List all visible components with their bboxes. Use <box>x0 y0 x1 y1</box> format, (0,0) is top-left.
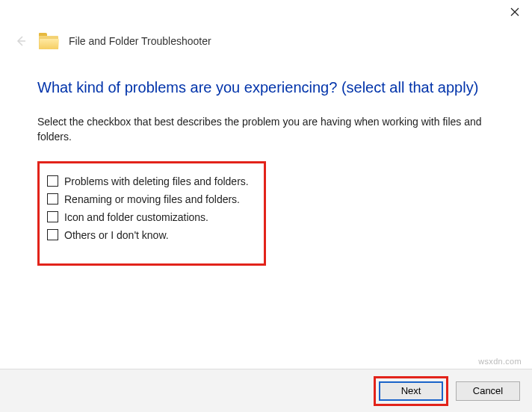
checkbox[interactable] <box>47 211 58 222</box>
option-label: Icon and folder customizations. <box>64 211 208 223</box>
cancel-button[interactable]: Cancel <box>456 381 520 401</box>
next-highlight-box: Next <box>374 376 448 406</box>
option-label: Renaming or moving files and folders. <box>64 193 240 205</box>
back-arrow-icon <box>15 35 27 47</box>
close-icon <box>510 7 519 16</box>
content-area: What kind of problems are you experienci… <box>37 79 495 266</box>
option-row[interactable]: Problems with deleting files and folders… <box>47 175 256 187</box>
options-highlight-box: Problems with deleting files and folders… <box>37 161 266 266</box>
option-label: Problems with deleting files and folders… <box>64 175 249 187</box>
checkbox[interactable] <box>47 193 58 205</box>
folder-icon <box>39 33 58 49</box>
back-button <box>13 34 28 49</box>
option-row[interactable]: Icon and folder customizations. <box>47 211 256 223</box>
page-heading: What kind of problems are you experienci… <box>37 79 495 96</box>
app-title: File and Folder Troubleshooter <box>69 35 211 47</box>
option-label: Others or I don't know. <box>64 229 169 241</box>
page-description: Select the checkbox that best describes … <box>37 114 495 145</box>
checkbox[interactable] <box>47 229 58 240</box>
watermark: wsxdn.com <box>478 357 522 366</box>
close-button[interactable] <box>498 0 532 24</box>
next-button[interactable]: Next <box>379 381 443 401</box>
option-row[interactable]: Renaming or moving files and folders. <box>47 193 256 205</box>
titlebar <box>0 0 532 24</box>
option-row[interactable]: Others or I don't know. <box>47 229 256 241</box>
checkbox[interactable] <box>47 175 58 187</box>
footer-bar: Next Cancel <box>0 369 532 412</box>
header-row: File and Folder Troubleshooter <box>13 33 519 49</box>
